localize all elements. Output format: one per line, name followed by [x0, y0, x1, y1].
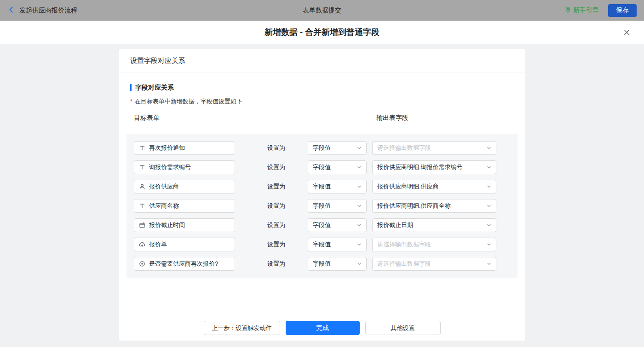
cloud-upload-icon: [139, 241, 145, 248]
chevron-down-icon: [357, 184, 362, 189]
target-field-box: 再次报价通知: [134, 141, 235, 155]
chevron-down-icon: [357, 165, 362, 170]
done-button[interactable]: 完成: [286, 321, 360, 335]
chevron-down-icon: [487, 165, 491, 170]
output-field-select[interactable]: 报价供应商明细.供应商: [372, 180, 496, 193]
target-field-box: 报价截止时间: [134, 218, 235, 232]
output-field-value: 报价供应商明细.供应商: [377, 182, 439, 191]
output-field-select[interactable]: 请选择输出数据字段: [372, 238, 496, 251]
output-field-select[interactable]: 报价供应商明细.供应商全称: [372, 199, 496, 213]
target-field-label: 报价截止时间: [149, 221, 185, 229]
output-field-select[interactable]: 报价供应商明细.询报价需求编号: [372, 160, 496, 174]
other-settings-button[interactable]: 其他设置: [365, 321, 441, 335]
value-type-select[interactable]: 字段值: [308, 218, 367, 232]
mapping-row: 报价单 设置为 字段值 请选择输出数据字段: [134, 238, 510, 251]
section-title: 字段对应关系: [130, 84, 518, 91]
target-field-box: 是否需要供应商再次报价?: [134, 257, 235, 271]
topbar-title: 表单数据提交: [303, 6, 341, 15]
required-asterisk: *: [130, 98, 132, 105]
columns-header: 目标表单 输出表字段: [126, 106, 518, 127]
close-icon[interactable]: [621, 27, 632, 38]
value-type-select[interactable]: 字段值: [308, 180, 367, 193]
value-type-value: 字段值: [313, 163, 331, 171]
mapping-row: 报价截止时间 设置为 字段值 报价截止日期: [134, 218, 510, 232]
mapping-row: 供应商名称 设置为 字段值 报价供应商明细.供应商全称: [134, 199, 510, 213]
target-field-label: 报价单: [149, 240, 167, 249]
output-field-value: 报价供应商明细.询报价需求编号: [377, 163, 463, 171]
modal-title: 新增数据 - 合并新增到普通字段: [264, 27, 380, 38]
chevron-down-icon: [357, 242, 362, 247]
target-field-box: 报价供应商: [134, 180, 235, 193]
value-type-value: 字段值: [313, 144, 331, 152]
value-type-value: 字段值: [313, 202, 331, 210]
set-as-label: 设置为: [267, 221, 287, 229]
location-pin-icon: [565, 6, 571, 15]
chevron-down-icon: [487, 262, 491, 266]
value-type-value: 字段值: [313, 182, 331, 191]
mapping-row: 询报价需求编号 设置为 字段值 报价供应商明细.询报价需求编号: [134, 160, 510, 174]
value-type-value: 字段值: [313, 260, 331, 268]
field-mapping-panel: 再次报价通知 设置为 字段值 请选择输出数据字段 询报价需求编号 设置为 字段值: [126, 134, 518, 278]
chevron-down-icon: [487, 146, 491, 150]
beginner-guide-button[interactable]: 新手引导: [565, 6, 599, 15]
value-type-value: 字段值: [313, 240, 331, 249]
back-label: 发起供应商报价流程: [19, 6, 77, 15]
chevron-down-icon: [487, 223, 491, 228]
output-field-value: 请选择输出数据字段: [377, 144, 431, 152]
output-field-select[interactable]: 请选择输出数据字段: [372, 257, 496, 271]
chevron-down-icon: [357, 262, 362, 266]
target-field-label: 再次报价通知: [149, 144, 185, 152]
beginner-guide-label: 新手引导: [573, 6, 599, 15]
chevron-left-icon: [7, 6, 16, 15]
field-mapping-card: 设置字段对应关系 字段对应关系 *在目标表单中新增数据，字段值设置如下 目标表单…: [119, 49, 525, 341]
target-field-box: 询报价需求编号: [134, 160, 235, 174]
text-field-icon: [139, 145, 145, 151]
chevron-down-icon: [357, 204, 362, 208]
calendar-icon: [139, 222, 145, 228]
value-type-value: 字段值: [313, 221, 331, 229]
chevron-down-icon: [357, 146, 362, 150]
set-as-label: 设置为: [267, 144, 287, 152]
chevron-down-icon: [487, 242, 491, 247]
back-button[interactable]: 发起供应商报价流程: [7, 6, 77, 15]
topbar-actions: 新手引导 保存: [565, 0, 637, 21]
radio-icon: [139, 261, 145, 267]
output-field-value: 报价供应商明细.供应商全称: [377, 202, 451, 210]
user-icon: [139, 183, 145, 190]
card-title: 设置字段对应关系: [119, 49, 525, 73]
mapping-row: 再次报价通知 设置为 字段值 请选择输出数据字段: [134, 141, 510, 155]
target-field-box: 供应商名称: [134, 199, 235, 213]
output-field-value: 报价截止日期: [377, 221, 413, 229]
target-field-label: 报价供应商: [149, 182, 179, 191]
set-as-label: 设置为: [267, 202, 287, 210]
output-field-select[interactable]: 报价截止日期: [372, 218, 496, 232]
target-field-label: 是否需要供应商再次报价?: [149, 260, 218, 268]
output-field-select[interactable]: 请选择输出数据字段: [372, 141, 496, 155]
text-field-icon: [139, 164, 145, 171]
value-type-select[interactable]: 字段值: [308, 257, 367, 271]
value-type-select[interactable]: 字段值: [308, 199, 367, 213]
chevron-down-icon: [487, 184, 491, 189]
mapping-row: 是否需要供应商再次报价? 设置为 字段值 请选择输出数据字段: [134, 257, 510, 271]
column-target-form: 目标表单: [134, 114, 376, 122]
mapping-row: 报价供应商 设置为 字段值 报价供应商明细.供应商: [134, 180, 510, 193]
chevron-down-icon: [357, 223, 362, 228]
modal-body: 设置字段对应关系 字段对应关系 *在目标表单中新增数据，字段值设置如下 目标表单…: [0, 44, 644, 347]
card-body: 字段对应关系 *在目标表单中新增数据，字段值设置如下 目标表单 输出表字段 再次…: [119, 73, 525, 315]
value-type-select[interactable]: 字段值: [308, 141, 367, 155]
hint-text: *在目标表单中新增数据，字段值设置如下: [130, 97, 518, 106]
output-field-value: 请选择输出数据字段: [377, 240, 431, 249]
value-type-select[interactable]: 字段值: [308, 160, 367, 174]
card-footer: 上一步：设置触发动作 完成 其他设置: [119, 315, 525, 341]
text-field-icon: [139, 203, 145, 209]
chevron-down-icon: [487, 204, 491, 208]
hint-label: 在目标表单中新增数据，字段值设置如下: [135, 98, 242, 105]
set-as-label: 设置为: [267, 182, 287, 191]
value-type-select[interactable]: 字段值: [308, 238, 367, 251]
save-button[interactable]: 保存: [608, 4, 637, 17]
target-field-box: 报价单: [134, 238, 235, 251]
set-as-label: 设置为: [267, 260, 287, 268]
set-as-label: 设置为: [267, 163, 287, 171]
target-field-label: 供应商名称: [149, 202, 179, 210]
previous-step-button[interactable]: 上一步：设置触发动作: [204, 321, 280, 335]
